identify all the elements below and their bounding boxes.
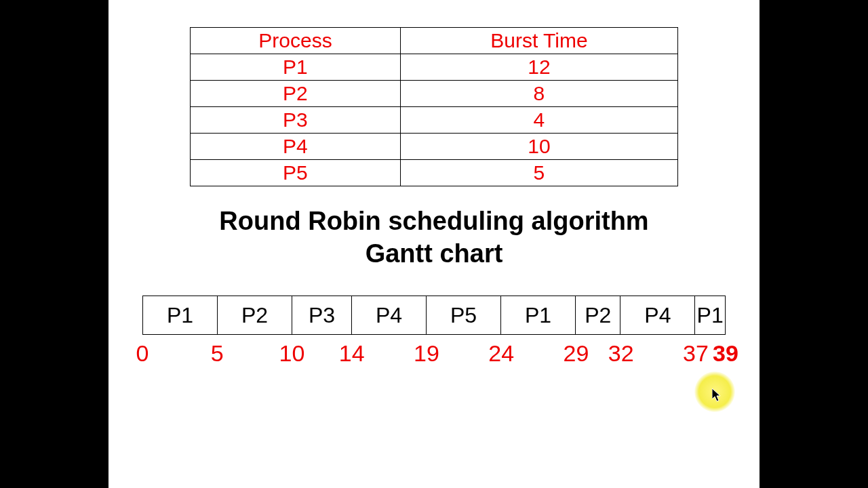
gantt-bar: P1P2P3P4P5P1P2P4P1: [142, 296, 726, 335]
process-cell: P1: [191, 54, 401, 81]
title-line-2: Gantt chart: [108, 238, 760, 270]
burst-cell: 8: [400, 81, 677, 107]
burst-cell: 10: [400, 134, 677, 160]
gantt-tick: 39: [713, 340, 738, 367]
gantt-ticks: 051014192429323739: [142, 340, 726, 373]
gantt-tick: 0: [136, 340, 149, 367]
gantt-segment: P1: [695, 296, 725, 334]
table-row: P34: [191, 107, 678, 134]
process-cell: P4: [191, 134, 401, 160]
gantt-tick: 24: [488, 340, 514, 367]
burst-cell: 12: [400, 54, 677, 81]
gantt-segment: P2: [576, 296, 620, 334]
gantt-tick: 19: [414, 340, 439, 367]
process-cell: P3: [191, 107, 401, 134]
table-row: P28: [191, 81, 678, 107]
process-cell: P2: [191, 81, 401, 107]
table-row: P112: [191, 54, 678, 81]
gantt-tick: 37: [683, 340, 709, 367]
table-row: P410: [191, 134, 678, 160]
gantt-tick: 14: [339, 340, 365, 367]
burst-cell: 5: [400, 160, 677, 186]
gantt-segment: P4: [352, 296, 427, 334]
table-header-row: Process Burst Time: [191, 28, 678, 54]
col-burst: Burst Time: [400, 28, 677, 54]
gantt-segment: P3: [292, 296, 352, 334]
gantt-segment: P4: [620, 296, 695, 334]
gantt-tick: 10: [279, 340, 305, 367]
gantt-segment: P1: [143, 296, 218, 334]
gantt-segment: P5: [427, 296, 501, 334]
process-table: Process Burst Time P112 P28 P34 P410 P55: [190, 27, 678, 186]
gantt-tick: 29: [564, 340, 589, 367]
gantt-segment: P1: [501, 296, 576, 334]
gantt-segment: P2: [218, 296, 292, 334]
gantt-tick: 5: [211, 340, 224, 367]
table-row: P55: [191, 160, 678, 186]
burst-cell: 4: [400, 107, 677, 134]
cursor-icon: [712, 388, 723, 405]
gantt-chart: P1P2P3P4P5P1P2P4P1 051014192429323739: [142, 296, 726, 373]
col-process: Process: [191, 28, 401, 54]
slide-title: Round Robin scheduling algorithm Gantt c…: [108, 205, 760, 270]
process-cell: P5: [191, 160, 401, 186]
title-line-1: Round Robin scheduling algorithm: [108, 205, 760, 238]
slide-stage: Process Burst Time P112 P28 P34 P410 P55…: [108, 0, 760, 488]
gantt-tick: 32: [608, 340, 634, 367]
